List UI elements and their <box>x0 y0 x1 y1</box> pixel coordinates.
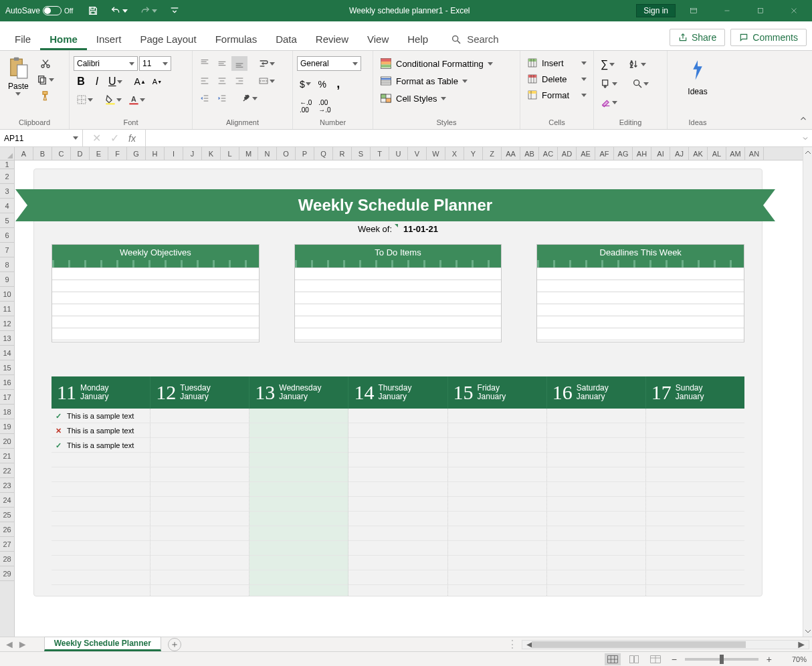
increase-indent-icon[interactable] <box>214 91 230 106</box>
column-header[interactable]: AH <box>633 147 651 160</box>
tab-formulas[interactable]: Formulas <box>206 29 267 50</box>
row-header[interactable]: 13 <box>0 331 14 346</box>
row-header[interactable]: 6 <box>0 228 14 243</box>
row-header[interactable]: 17 <box>0 390 14 405</box>
sign-in-button[interactable]: Sign in <box>636 4 676 17</box>
font-name-select[interactable]: Calibri <box>74 56 138 71</box>
column-header[interactable]: A <box>15 147 33 160</box>
align-center-icon[interactable] <box>214 74 230 88</box>
column-headers[interactable]: ABCDEFGHIJKLMNOPQRSTUVWXYZAAABACADAEAFAG… <box>15 147 803 160</box>
sheet-nav-next-icon[interactable]: ► <box>17 639 28 651</box>
copy-icon[interactable] <box>34 72 57 87</box>
column-header[interactable]: AF <box>595 147 614 160</box>
row-header[interactable]: 28 <box>0 552 14 566</box>
row-header[interactable]: 19 <box>0 419 14 434</box>
day-column[interactable] <box>448 409 547 596</box>
column-header[interactable]: AL <box>708 147 726 160</box>
expand-formula-bar-icon[interactable] <box>801 133 809 145</box>
merge-center-icon[interactable] <box>256 74 278 88</box>
row-header[interactable]: 24 <box>0 493 14 508</box>
paste-button[interactable]: Paste <box>4 53 33 103</box>
row-header[interactable]: 12 <box>0 316 14 331</box>
sheet-tab-active[interactable]: Weekly Schedule Planner <box>44 637 161 651</box>
column-header[interactable]: G <box>127 147 146 160</box>
task-item[interactable]: ✕This is a sample text <box>52 423 150 438</box>
vertical-scrollbar[interactable] <box>803 147 812 637</box>
column-header[interactable]: X <box>445 147 464 160</box>
ideas-button[interactable]: Ideas <box>672 53 724 102</box>
format-painter-icon[interactable] <box>34 88 57 103</box>
decrease-font-icon[interactable]: A▼ <box>150 74 165 89</box>
column-header[interactable]: N <box>258 147 277 160</box>
decrease-indent-icon[interactable] <box>197 91 213 106</box>
column-header[interactable]: E <box>90 147 108 160</box>
tab-view[interactable]: View <box>358 29 398 50</box>
column-header[interactable]: L <box>221 147 239 160</box>
column-header[interactable]: P <box>296 147 314 160</box>
row-header[interactable]: 3 <box>0 184 14 199</box>
save-icon[interactable] <box>85 3 101 18</box>
align-top-icon[interactable] <box>197 56 213 71</box>
column-header[interactable]: AJ <box>670 147 689 160</box>
delete-cells-button[interactable]: Delete <box>524 72 589 86</box>
page-layout-view-icon[interactable] <box>626 653 642 665</box>
scroll-down-icon[interactable] <box>803 626 812 637</box>
orientation-icon[interactable]: ab <box>238 91 260 106</box>
font-size-select[interactable]: 11 <box>139 56 171 71</box>
fx-icon[interactable]: fx <box>128 133 136 144</box>
row-header[interactable]: 14 <box>0 346 14 360</box>
day-column[interactable]: ✓This is a sample text✕This is a sample … <box>52 409 150 596</box>
row-header[interactable]: 20 <box>0 434 14 449</box>
share-button[interactable]: Share <box>670 29 725 46</box>
row-header[interactable]: 21 <box>0 449 14 463</box>
select-all-corner[interactable] <box>0 147 15 160</box>
autosave-toggle[interactable]: AutoSave Off <box>5 6 73 15</box>
tab-scroll-split[interactable]: ⋮ <box>507 638 518 651</box>
collapse-ribbon-icon[interactable] <box>799 114 808 126</box>
comma-icon[interactable]: , <box>331 75 346 93</box>
row-header[interactable]: 11 <box>0 302 14 316</box>
row-header[interactable]: 4 <box>0 199 14 213</box>
column-header[interactable]: K <box>202 147 221 160</box>
wrap-text-icon[interactable] <box>256 56 278 71</box>
align-middle-icon[interactable] <box>214 56 230 71</box>
row-header[interactable]: 8 <box>0 257 14 272</box>
sort-filter-icon[interactable]: AZ <box>627 57 649 72</box>
row-headers[interactable]: 1234567891011121314151617181920212223242… <box>0 160 15 637</box>
column-header[interactable]: B <box>33 147 52 160</box>
tab-insert[interactable]: Insert <box>87 29 131 50</box>
scroll-up-icon[interactable] <box>803 147 812 158</box>
zoom-out-button[interactable]: − <box>669 654 680 665</box>
day-column[interactable] <box>249 409 348 596</box>
clear-icon[interactable] <box>598 95 620 110</box>
column-header[interactable]: S <box>352 147 371 160</box>
column-header[interactable]: V <box>408 147 427 160</box>
row-header[interactable]: 22 <box>0 463 14 478</box>
underline-button[interactable]: U <box>106 74 125 90</box>
number-format-select[interactable]: General <box>297 56 361 71</box>
column-header[interactable]: H <box>146 147 165 160</box>
fill-icon[interactable] <box>598 76 620 91</box>
row-header[interactable]: 25 <box>0 508 14 522</box>
column-header[interactable]: AC <box>539 147 558 160</box>
tab-file[interactable]: File <box>5 29 40 50</box>
zoom-level[interactable]: 70% <box>780 655 807 663</box>
day-column[interactable] <box>547 409 646 596</box>
currency-icon[interactable]: $ <box>297 77 314 92</box>
enter-formula-icon[interactable]: ✓ <box>110 132 119 144</box>
column-header[interactable]: Y <box>464 147 483 160</box>
undo-icon[interactable] <box>108 3 130 18</box>
zoom-in-button[interactable]: + <box>764 654 775 665</box>
qat-customize-icon[interactable] <box>167 3 183 18</box>
cell-styles-button[interactable]: Cell Styles <box>377 91 449 106</box>
column-header[interactable]: C <box>52 147 71 160</box>
column-header[interactable]: AN <box>745 147 764 160</box>
task-item[interactable]: ✓This is a sample text <box>52 438 150 453</box>
formula-bar[interactable] <box>145 130 812 146</box>
grid-canvas[interactable]: Weekly Schedule Planner Week of:11-01-21… <box>15 160 803 637</box>
new-sheet-button[interactable]: ＋ <box>168 638 181 651</box>
row-header[interactable]: 9 <box>0 272 14 287</box>
format-as-table-button[interactable]: Format as Table <box>377 74 470 88</box>
tab-home[interactable]: Home <box>40 29 87 50</box>
column-header[interactable]: Q <box>314 147 333 160</box>
